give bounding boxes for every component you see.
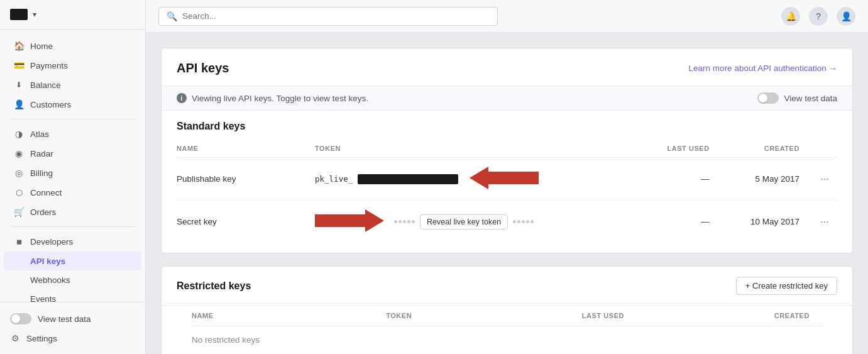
restricted-table-wrap: NAME TOKEN LAST USED CREATED No restrict… [162,306,852,354]
sidebar-item-settings-label: Settings [26,334,57,343]
info-icon: i [177,93,187,103]
restricted-col-token: TOKEN [276,306,424,326]
svg-marker-0 [470,167,539,189]
sidebar-item-balance[interactable]: ⬇ Balance [4,75,141,94]
sidebar-nav: 🏠 Home 💳 Payments ⬇ Balance 👤 Customers … [0,30,145,302]
key-token-publishable: pk_live_ [315,158,642,201]
sidebar-item-api-keys[interactable]: API keys [4,252,141,270]
table-row: Secret key [177,201,837,243]
topbar-icons: 🔔 ? 👤 [781,7,855,26]
col-created: CREATED [722,140,812,158]
sidebar-bottom: View test data ⚙ Settings [0,302,145,354]
sidebar-item-billing-label: Billing [30,169,53,178]
sidebar-item-atlas[interactable]: ◑ Atlas [4,124,141,143]
sidebar-item-atlas-label: Atlas [30,130,49,139]
api-keys-card: API keys Learn more about API authentica… [161,48,853,253]
balance-icon: ⬇ [14,80,24,90]
sidebar-item-home-label: Home [30,41,53,51]
test-data-toggle-switch[interactable] [10,313,31,324]
settings-icon: ⚙ [10,333,20,343]
key-last-used-secret: — [642,201,722,243]
sidebar-item-payments[interactable]: 💳 Payments [4,56,141,75]
search-icon: 🔍 [167,11,177,21]
sidebar-item-developers[interactable]: ◼ Developers [4,232,141,251]
col-last-used: LAST USED [642,140,722,158]
key-more-secret: ··· [812,201,837,243]
sidebar-item-home[interactable]: 🏠 Home [4,36,141,55]
create-restricted-key-button[interactable]: + Create restricted key [736,277,837,295]
search-input[interactable] [182,11,490,21]
sidebar-item-balance-label: Balance [30,80,61,90]
connect-icon: ⬡ [14,187,24,197]
key-more-publishable: ··· [812,158,837,201]
notifications-icon[interactable]: 🔔 [781,7,800,26]
col-name: NAME [177,140,315,158]
table-row: No restricted keys [192,326,822,354]
sidebar-item-settings[interactable]: ⚙ Settings [0,329,145,348]
user-avatar[interactable]: 👤 [837,7,855,26]
sidebar: ▾ 🏠 Home 💳 Payments ⬇ Balance 👤 Customer… [0,0,146,354]
token-redacted-publishable [358,174,458,184]
key-name-publishable: Publishable key [177,158,315,201]
customers-icon: 👤 [14,99,24,109]
developers-icon: ◼ [14,236,24,246]
sidebar-item-webhooks[interactable]: Webhooks [4,271,141,289]
info-text: Viewing live API keys. Toggle to view te… [192,94,368,103]
sidebar-item-radar[interactable]: ◉ Radar [4,144,141,163]
sidebar-item-billing[interactable]: ◎ Billing [4,163,141,182]
search-bar[interactable]: 🔍 [158,7,498,26]
sidebar-item-developers-label: Developers [30,237,73,246]
key-last-used-publishable: — [642,158,722,201]
sidebar-item-connect[interactable]: ⬡ Connect [4,183,141,202]
restricted-keys-header: Restricted keys + Create restricted key [162,267,852,306]
orders-icon: 🛒 [14,207,24,217]
token-cell-secret: Reveal live key token [315,209,642,234]
main-area: 🔍 🔔 ? 👤 API keys Learn more about API au… [146,0,868,354]
token-prefix-publishable: pk_live_ [315,174,353,184]
sidebar-item-customers[interactable]: 👤 Customers [4,95,141,114]
sidebar-item-payments-label: Payments [30,61,68,70]
toggle-container[interactable]: View test data [757,92,837,104]
reveal-key-button[interactable]: Reveal live key token [420,214,508,230]
logo-dropdown-icon: ▾ [33,10,36,19]
sidebar-item-orders-label: Orders [30,207,56,217]
no-restricted-keys: No restricted keys [192,326,822,354]
page-title: API keys [177,61,229,75]
col-token: TOKEN [315,140,642,158]
sidebar-item-api-keys-label: API keys [30,257,65,266]
sidebar-item-events[interactable]: Events [4,290,141,302]
restricted-col-name: NAME [192,306,276,326]
sidebar-item-connect-label: Connect [30,188,62,197]
restricted-col-last-used: LAST USED [424,306,637,326]
toggle-label: View test data [784,94,837,103]
nav-divider-1 [10,119,135,119]
toggle-knob [11,314,20,323]
logo-box [10,9,28,20]
toggle-knob-main [759,94,767,102]
view-test-toggle[interactable] [757,92,779,104]
sidebar-item-webhooks-label: Webhooks [30,275,70,285]
key-name-secret: Secret key [177,201,315,243]
token-cell-publishable: pk_live_ [315,167,642,191]
more-options-publishable[interactable]: ··· [816,172,832,186]
test-data-label: View test data [38,314,91,324]
restricted-keys-card: Restricted keys + Create restricted key … [161,266,853,354]
api-keys-icon [14,256,24,266]
more-options-secret[interactable]: ··· [816,215,832,229]
help-icon[interactable]: ? [809,7,828,26]
sidebar-item-orders[interactable]: 🛒 Orders [4,202,141,221]
sidebar-item-events-label: Events [30,294,56,302]
key-created-publishable: 5 May 2017 [722,158,812,201]
home-icon: 🏠 [14,41,24,51]
radar-icon: ◉ [14,148,24,158]
arrow-left-indicator [470,167,539,191]
key-created-secret: 10 May 2017 [722,201,812,243]
info-bar-left: i Viewing live API keys. Toggle to view … [177,93,368,103]
info-bar: i Viewing live API keys. Toggle to view … [162,86,852,111]
view-test-data-toggle[interactable]: View test data [0,309,145,329]
content-area: API keys Learn more about API authentica… [146,33,868,354]
payments-icon: 💳 [14,60,24,70]
sidebar-logo[interactable]: ▾ [0,0,145,30]
learn-more-link[interactable]: Learn more about API authentication → [689,64,837,73]
nav-divider-2 [10,226,135,227]
